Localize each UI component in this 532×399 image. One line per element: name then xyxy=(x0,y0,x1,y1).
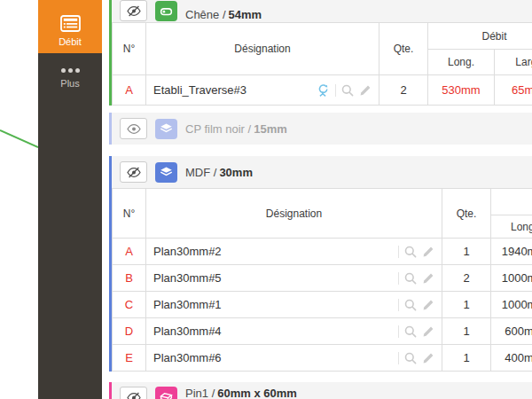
col-header-num: N° xyxy=(113,189,146,239)
magnifier-icon[interactable] xyxy=(404,325,417,338)
pencil-icon[interactable] xyxy=(422,246,434,258)
part-qty: 2 xyxy=(442,265,491,292)
icon-divider xyxy=(398,325,399,338)
part-letter: C xyxy=(113,292,146,318)
material-section-pin1: Pin1 /60mm x 60mm xyxy=(109,382,532,399)
material-title: MDF /30mm xyxy=(185,166,253,179)
material-title: Pin1 /60mm x 60mm xyxy=(185,387,297,399)
part-letter: A xyxy=(113,75,146,106)
pencil-icon[interactable] xyxy=(422,352,434,364)
part-qty: 1 xyxy=(442,318,491,345)
table-row[interactable]: E Plan30mm#6 1 400mm xyxy=(113,345,532,372)
solid-wood-icon xyxy=(155,1,177,21)
sidebar: Débit Plus xyxy=(38,0,102,399)
part-letter: E xyxy=(113,345,146,372)
eye-icon xyxy=(127,123,141,135)
col-header-group-debit: Débit xyxy=(491,189,532,215)
material-dimension: 30mm xyxy=(219,166,253,179)
icon-divider xyxy=(398,246,399,258)
part-length: 530mm xyxy=(428,75,495,106)
col-header-length: Long. xyxy=(491,215,532,239)
visibility-toggle-button[interactable] xyxy=(120,0,147,21)
cutlist-table-mdf: N° Désignation Qte. Débit Long. Larg. A … xyxy=(112,188,532,372)
part-designation: Plan30mm#6 xyxy=(153,351,222,364)
material-title: CP film noir /15mm xyxy=(185,122,287,136)
part-length: 1000mm xyxy=(491,292,532,318)
dimensional-lumber-icon xyxy=(155,387,177,399)
cutlist-icon xyxy=(60,15,81,33)
part-designation: Etabli_Traverse#3 xyxy=(153,83,246,97)
magnifier-icon[interactable] xyxy=(404,246,417,258)
eye-slash-icon xyxy=(127,167,141,178)
magnifier-icon[interactable] xyxy=(404,352,417,364)
part-qty: 1 xyxy=(442,239,491,265)
part-letter: B xyxy=(113,265,146,292)
icon-divider xyxy=(398,299,399,311)
part-qty: 2 xyxy=(379,75,428,106)
material-name: Pin1 / xyxy=(185,387,215,399)
part-length: 600mm xyxy=(491,318,532,345)
eye-slash-icon xyxy=(127,5,141,17)
sketchup-green-axis xyxy=(0,124,38,153)
part-qty: 1 xyxy=(442,345,491,372)
magnifier-icon[interactable] xyxy=(341,84,354,97)
visibility-toggle-button[interactable] xyxy=(120,161,147,183)
material-name: MDF / xyxy=(185,166,216,179)
col-header-qty: Qte. xyxy=(379,23,428,75)
material-header-chene: Chêne /54mm xyxy=(112,0,532,22)
part-qty: 1 xyxy=(442,292,491,318)
cutlist-panel: Chêne /54mm N° Désignation Qte. Débit Lo… xyxy=(109,0,532,399)
part-designation: Plan30mm#2 xyxy=(153,245,222,258)
pencil-icon[interactable] xyxy=(359,84,372,97)
pencil-icon[interactable] xyxy=(422,272,434,285)
part-length: 1940mm xyxy=(491,239,532,265)
icon-divider xyxy=(398,272,399,285)
pencil-icon[interactable] xyxy=(422,299,434,311)
icon-divider xyxy=(335,84,336,97)
sheet-good-icon xyxy=(155,119,177,139)
sidebar-item-plus-label: Plus xyxy=(60,78,79,89)
material-dimension: 60mm x 60mm xyxy=(217,387,297,399)
table-row[interactable]: C Plan30mm#1 1 1000mm xyxy=(113,292,532,318)
material-dimension: 15mm xyxy=(254,122,287,136)
col-header-group-debit: Débit xyxy=(428,23,532,50)
material-name: Chêne / xyxy=(185,8,226,21)
visibility-toggle-button[interactable] xyxy=(120,118,147,139)
magnifier-icon[interactable] xyxy=(404,272,417,285)
visibility-toggle-button[interactable] xyxy=(120,387,147,399)
cutlist-table-chene: N° Désignation Qte. Débit Long. Larg. A … xyxy=(112,22,532,106)
col-header-width: Larg. xyxy=(495,50,532,75)
material-section-cp-film-noir: CP film noir /15mm xyxy=(109,113,532,145)
table-row[interactable]: A Plan30mm#2 1 1940mm xyxy=(113,239,532,265)
magnifier-icon[interactable] xyxy=(404,299,417,311)
material-section-chene: Chêne /54mm N° Désignation Qte. Débit Lo… xyxy=(109,0,532,106)
part-designation: Plan30mm#4 xyxy=(153,325,222,338)
table-row[interactable]: B Plan30mm#5 2 1000mm xyxy=(113,265,532,292)
sidebar-item-plus[interactable]: Plus xyxy=(38,66,102,89)
part-designation: Plan30mm#1 xyxy=(153,298,222,311)
table-row[interactable]: A Etabli_Traverse#3 xyxy=(113,75,532,106)
part-length: 1000mm xyxy=(491,265,532,292)
part-letter: D xyxy=(113,318,146,345)
part-designation: Plan30mm#5 xyxy=(153,271,222,285)
col-header-length: Long. xyxy=(428,50,495,75)
material-section-mdf: MDF /30mm N° Désignation Qte. Débit Long… xyxy=(109,156,532,372)
col-header-num: N° xyxy=(113,23,146,75)
col-header-designation: Désignation xyxy=(146,189,442,239)
part-letter: A xyxy=(113,239,146,265)
ellipsis-icon xyxy=(61,66,80,74)
sketchup-viewport xyxy=(0,0,38,399)
sidebar-item-debit[interactable]: Débit xyxy=(38,0,102,53)
material-name: CP film noir / xyxy=(185,122,251,136)
table-row[interactable]: D Plan30mm#4 1 600mm xyxy=(113,318,532,345)
icon-divider xyxy=(398,352,399,364)
material-header-pin1: Pin1 /60mm x 60mm xyxy=(112,382,532,399)
material-dimension: 54mm xyxy=(229,8,262,21)
col-header-qty: Qte. xyxy=(442,189,491,239)
sidebar-item-debit-label: Débit xyxy=(59,36,82,47)
sheet-good-icon xyxy=(155,162,177,183)
pencil-icon[interactable] xyxy=(422,325,434,338)
eye-slash-icon xyxy=(127,392,141,399)
material-header-cp: CP film noir /15mm xyxy=(112,113,532,145)
part-width: 65mm xyxy=(495,75,532,106)
